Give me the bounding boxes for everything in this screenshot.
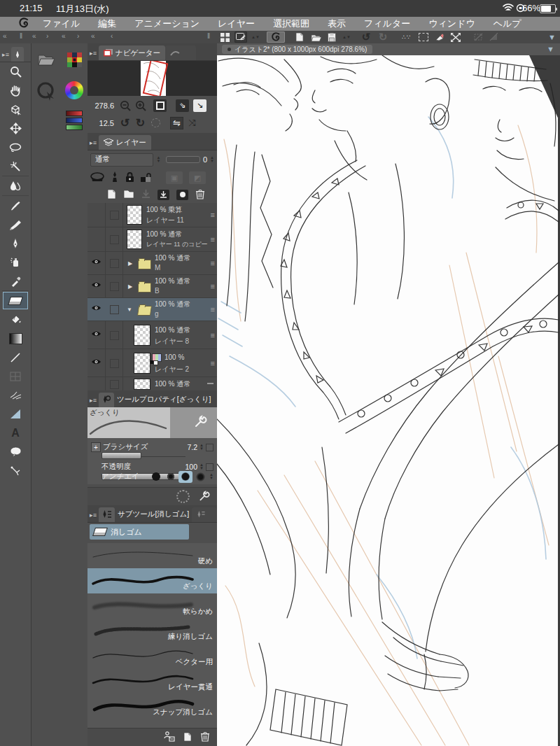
layer-row[interactable]: 100 % 通常: [88, 377, 217, 390]
visibility-eye-icon[interactable]: [91, 358, 102, 367]
sub-tool-item[interactable]: レイヤー貫通: [88, 669, 217, 695]
tool-eraser[interactable]: [0, 291, 31, 310]
layer-checkbox[interactable]: [110, 380, 119, 389]
select-dots-icon[interactable]: ∴∵: [400, 31, 413, 43]
layer-thumbnail[interactable]: [127, 230, 142, 249]
clear-selection-icon[interactable]: [433, 31, 446, 43]
tool-blend[interactable]: [0, 176, 31, 195]
layer-checkbox[interactable]: [110, 359, 119, 368]
new-folder-icon[interactable]: [123, 189, 134, 200]
visibility-eye-icon[interactable]: [91, 281, 102, 290]
scrollbar-hint[interactable]: [207, 383, 214, 384]
tool-figure[interactable]: [0, 348, 31, 367]
expand-param-icon[interactable]: +: [91, 442, 101, 452]
tool-line-correction[interactable]: [0, 461, 31, 480]
layer-thumbnail[interactable]: [134, 325, 150, 346]
layer-row[interactable]: 100 % レイヤー 2 ≡: [88, 349, 217, 377]
sub-tool-item[interactable]: スナップ消しゴム: [88, 694, 217, 720]
brush-size-dynamics-button[interactable]: [206, 444, 214, 451]
new-sub-tool-icon[interactable]: [183, 732, 192, 743]
antialias-strong-button[interactable]: [193, 471, 207, 483]
touch-gesture-settings-icon[interactable]: [234, 31, 247, 43]
menu-selection[interactable]: 選択範囲: [273, 17, 309, 30]
layer-mask-icon[interactable]: [176, 190, 188, 200]
tool-selection-lasso[interactable]: [0, 138, 31, 157]
sub-tool-item[interactable]: 硬め: [88, 543, 217, 569]
menu-filter[interactable]: フィルター: [364, 17, 410, 30]
dock-collapse-icon[interactable]: «: [32, 32, 36, 40]
tool-stream-line[interactable]: [0, 386, 31, 404]
layer-row[interactable]: 100 % 通常 レイヤー 11 のコピー ≡: [88, 227, 217, 252]
tool-pen[interactable]: [0, 234, 31, 253]
layer-drag-handle[interactable]: ≡: [211, 235, 215, 244]
wrench-icon[interactable]: [193, 414, 207, 430]
color-slider-icon[interactable]: [61, 105, 88, 136]
flip-horizontal-icon[interactable]: ⇋: [170, 117, 183, 129]
menu-file[interactable]: ファイル: [43, 17, 80, 30]
open-file-icon[interactable]: [309, 31, 322, 43]
rotate-left-icon[interactable]: ↺: [118, 117, 132, 129]
tool-brush[interactable]: [0, 196, 31, 215]
menu-help[interactable]: ヘルプ: [493, 17, 522, 30]
brush-engine-spinner-icon[interactable]: [176, 490, 190, 503]
antialias-middle-button[interactable]: [178, 471, 192, 483]
dock-handle-icon[interactable]: ‖: [20, 32, 22, 40]
brush-size-stepper[interactable]: ▲▼: [200, 444, 204, 451]
canvas-artwork[interactable]: [217, 55, 560, 746]
layer-row[interactable]: 100 % 通常 レイヤー 8 ≡: [88, 321, 217, 349]
menu-animation[interactable]: アニメーション: [134, 17, 200, 30]
menu-view[interactable]: 表示: [328, 17, 346, 30]
material-folder-icon[interactable]: [31, 43, 61, 74]
layer-drag-handle[interactable]: ≡: [211, 359, 215, 367]
blend-mode-select[interactable]: 通常: [90, 153, 153, 167]
redo-icon[interactable]: ↻: [377, 31, 389, 43]
tool-balloon[interactable]: [0, 442, 31, 461]
layer-thumbnail[interactable]: [134, 379, 150, 390]
tool-palette-tab[interactable]: [11, 47, 24, 62]
document-tab[interactable]: イラスト2* (800 x 1000px 600dpi 278.6%): [222, 45, 372, 54]
folder-expand-icon[interactable]: ▶: [128, 283, 132, 290]
canvas-viewport[interactable]: [217, 55, 560, 746]
tool-auto-select-wand[interactable]: [0, 157, 31, 176]
dock-collapse-icon[interactable]: «: [3, 32, 7, 40]
quick-access-icon[interactable]: [31, 74, 61, 109]
tabbar-collapse-icon[interactable]: ▼: [547, 45, 554, 53]
opacity-stepper[interactable]: ▲▼: [210, 156, 214, 163]
layer-checkbox[interactable]: [110, 211, 119, 220]
tool-layer-move[interactable]: [0, 119, 31, 138]
tool-settings-wrench-icon[interactable]: [198, 490, 210, 503]
tool-hand[interactable]: [0, 81, 31, 100]
toolbar-collapse-icon[interactable]: ▼: [548, 33, 556, 41]
layer-row[interactable]: 100 % 乗算 レイヤー 11 ≡: [88, 203, 217, 227]
layer-checkbox[interactable]: [110, 235, 119, 244]
clipping-mask-icon[interactable]: [90, 172, 104, 183]
sub-tool-item[interactable]: 練り消しゴム: [88, 619, 217, 645]
layer-drag-handle[interactable]: ≡: [211, 305, 215, 314]
color-set-icon[interactable]: [61, 43, 88, 76]
panel-menu-icon[interactable]: ▸≡: [88, 508, 99, 522]
blend-stepper[interactable]: ▲▼: [156, 156, 160, 163]
antialias-none-button[interactable]: [149, 471, 163, 483]
layer-opacity-slider[interactable]: [166, 156, 200, 163]
zoom-in-icon[interactable]: [134, 99, 147, 112]
dock-expand-icon[interactable]: ›: [77, 32, 79, 40]
panel-menu-icon[interactable]: ▸≡: [88, 393, 99, 407]
layer-row[interactable]: ▶ 100 % 通常 B ≡: [88, 275, 217, 298]
tool-gradient[interactable]: [0, 329, 31, 348]
reset-zoom-icon[interactable]: ↘: [193, 99, 206, 112]
panel-menu-icon[interactable]: ▸≡: [88, 46, 99, 60]
sub-tool-item[interactable]: 軟らかめ: [88, 593, 217, 619]
dock-collapse-icon[interactable]: «: [62, 32, 66, 40]
dock-expand-icon[interactable]: ‹: [111, 32, 113, 40]
sub-tool-tab[interactable]: [99, 507, 115, 522]
folder-collapse-icon[interactable]: ▼: [127, 307, 132, 313]
visibility-eye-icon[interactable]: [91, 330, 102, 339]
zoom-out-icon[interactable]: [118, 99, 132, 112]
layer-thumbnail[interactable]: [127, 205, 142, 225]
dock-handle-icon[interactable]: ‖: [207, 32, 210, 40]
tool-ruler[interactable]: [0, 404, 31, 423]
panel-menu-icon[interactable]: ▸≡: [88, 136, 99, 150]
navigator-preview[interactable]: [88, 61, 217, 96]
tool-object[interactable]: [0, 100, 31, 119]
visibility-eye-icon[interactable]: [91, 304, 102, 313]
